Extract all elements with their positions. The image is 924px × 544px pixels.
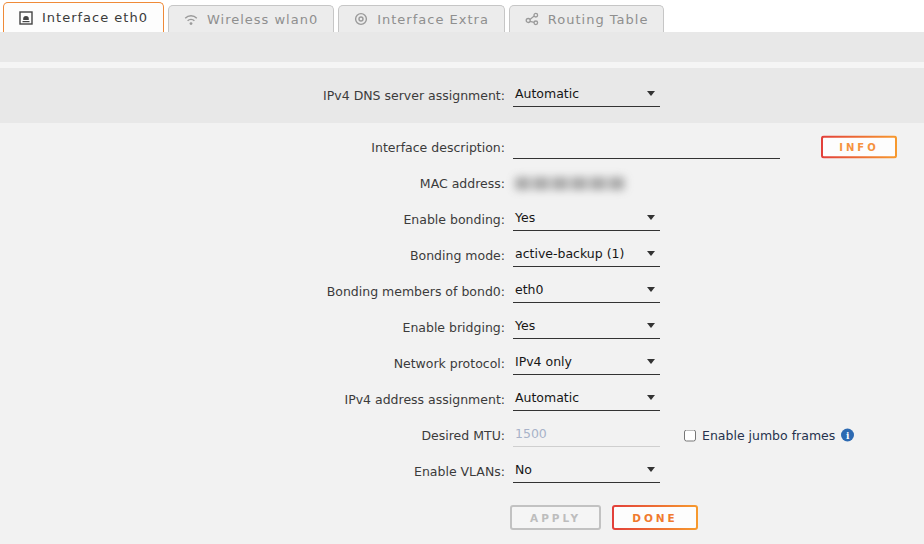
info-circle-icon[interactable] bbox=[841, 429, 854, 442]
chevron-down-icon bbox=[647, 287, 655, 292]
bonding-row: Enable bonding: Yes bbox=[0, 201, 924, 237]
tab-label: Wireless wlan0 bbox=[207, 12, 318, 27]
bridging-row: Enable bridging: Yes bbox=[0, 309, 924, 345]
description-label: Interface description: bbox=[0, 140, 505, 155]
interface-form: Interface description: INFO MAC address:… bbox=[0, 123, 924, 544]
bonding-mode-select[interactable]: active-backup (1) bbox=[513, 244, 660, 267]
bonding-mode-label: Bonding mode: bbox=[0, 248, 505, 263]
bonding-value: Yes bbox=[515, 210, 535, 225]
ipv4-assignment-label: IPv4 address assignment: bbox=[0, 392, 505, 407]
chevron-down-icon bbox=[647, 467, 655, 472]
tab-label: Interface eth0 bbox=[42, 10, 148, 25]
chevron-down-icon bbox=[647, 359, 655, 364]
bridging-select[interactable]: Yes bbox=[513, 316, 660, 339]
ipv4-assignment-row: IPv4 address assignment: Automatic bbox=[0, 381, 924, 417]
jumbo-frames-label: Enable jumbo frames bbox=[702, 428, 835, 443]
dns-assignment-value: Automatic bbox=[515, 86, 579, 101]
top-gray-band bbox=[0, 32, 924, 62]
bridging-label: Enable bridging: bbox=[0, 320, 505, 335]
description-input[interactable] bbox=[513, 136, 780, 159]
target-icon bbox=[354, 12, 368, 26]
bond-members-row: Bonding members of bond0: eth0 bbox=[0, 273, 924, 309]
info-button[interactable]: INFO bbox=[821, 136, 897, 159]
mtu-input bbox=[513, 424, 660, 447]
jumbo-frames-group: Enable jumbo frames bbox=[684, 428, 854, 443]
chevron-down-icon bbox=[647, 323, 655, 328]
mac-row: MAC address: bbox=[0, 165, 924, 201]
dns-assignment-label: IPv4 DNS server assignment: bbox=[0, 88, 505, 103]
vlans-value: No bbox=[515, 462, 532, 477]
tab-bar: Interface eth0 Wireless wlan0 Interface … bbox=[0, 0, 924, 32]
ethernet-icon bbox=[19, 11, 33, 25]
chevron-down-icon bbox=[647, 215, 655, 220]
bridging-value: Yes bbox=[515, 318, 535, 333]
mtu-row: Desired MTU: Enable jumbo frames bbox=[0, 417, 924, 453]
vlans-row: Enable VLANs: No bbox=[0, 453, 924, 489]
tab-interface-eth0[interactable]: Interface eth0 bbox=[3, 2, 164, 32]
bonding-mode-value: active-backup (1) bbox=[515, 246, 624, 261]
mac-address-value-redacted bbox=[515, 177, 625, 190]
tab-interface-extra[interactable]: Interface Extra bbox=[338, 5, 505, 32]
wifi-icon bbox=[184, 13, 198, 26]
nodes-icon bbox=[525, 12, 539, 26]
tab-routing-table[interactable]: Routing Table bbox=[509, 5, 665, 32]
jumbo-frames-checkbox[interactable] bbox=[684, 429, 696, 441]
bonding-select[interactable]: Yes bbox=[513, 208, 660, 231]
dns-assignment-select[interactable]: Automatic bbox=[513, 84, 660, 107]
tab-label: Routing Table bbox=[548, 12, 649, 27]
bonding-label: Enable bonding: bbox=[0, 212, 505, 227]
bonding-mode-row: Bonding mode: active-backup (1) bbox=[0, 237, 924, 273]
protocol-value: IPv4 only bbox=[515, 354, 572, 369]
vlans-select[interactable]: No bbox=[513, 460, 660, 483]
apply-button[interactable]: APPLY bbox=[510, 505, 601, 530]
chevron-down-icon bbox=[647, 395, 655, 400]
bond-members-value: eth0 bbox=[515, 282, 543, 297]
chevron-down-icon bbox=[647, 251, 655, 256]
action-buttons: APPLY DONE bbox=[510, 505, 924, 530]
protocol-label: Network protocol: bbox=[0, 356, 505, 371]
done-button[interactable]: DONE bbox=[612, 505, 698, 530]
dns-section: IPv4 DNS server assignment: Automatic bbox=[0, 68, 924, 123]
protocol-select[interactable]: IPv4 only bbox=[513, 352, 660, 375]
ipv4-assignment-select[interactable]: Automatic bbox=[513, 388, 660, 411]
chevron-down-icon bbox=[647, 91, 655, 96]
bond-members-label: Bonding members of bond0: bbox=[0, 284, 505, 299]
tab-wireless-wlan0[interactable]: Wireless wlan0 bbox=[168, 5, 334, 32]
bond-members-select[interactable]: eth0 bbox=[513, 280, 660, 303]
tab-label: Interface Extra bbox=[377, 12, 489, 27]
vlans-label: Enable VLANs: bbox=[0, 464, 505, 479]
protocol-row: Network protocol: IPv4 only bbox=[0, 345, 924, 381]
description-row: Interface description: INFO bbox=[0, 129, 924, 165]
mtu-label: Desired MTU: bbox=[0, 428, 505, 443]
mac-label: MAC address: bbox=[0, 176, 505, 191]
ipv4-assignment-value: Automatic bbox=[515, 390, 579, 405]
